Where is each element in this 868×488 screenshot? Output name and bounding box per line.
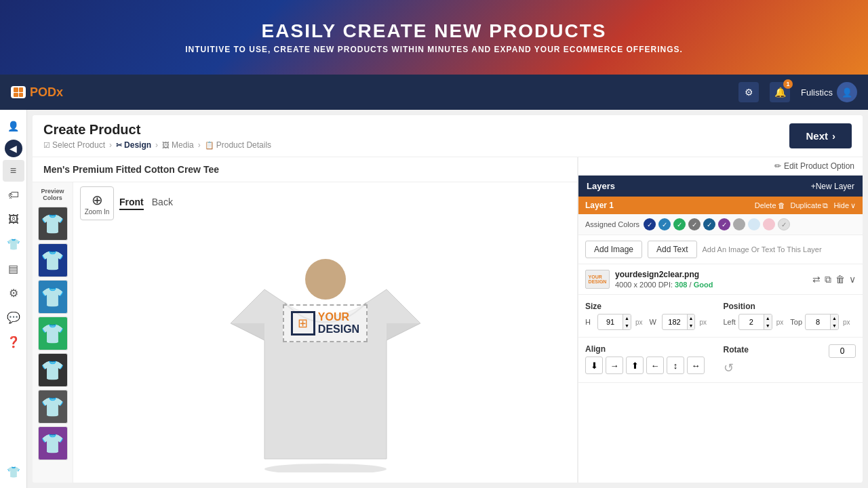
page-title: Create Product [43,122,271,138]
design-file-actions: ⇄ ⧉ 🗑 ∨ [812,274,856,285]
sidebar-icon-chat[interactable]: 💬 [3,306,24,328]
size-w-label: W [650,318,659,326]
position-top-down[interactable]: ▼ [831,322,838,329]
tab-front[interactable]: Front [119,197,144,210]
breadcrumb: ☑ Select Product › ✂ Design › 🖼 Media › [43,140,271,150]
position-left-input-wrap: ▲ ▼ [738,314,772,330]
color-cb-purple[interactable]: ✓ [718,218,730,230]
align-rotate-grid: Align ⬇ → ⬆ ← ↕ ↔ [578,338,863,382]
logo-grid [14,87,23,97]
layers-header: Layers +New Layer [578,176,863,197]
sidebar-icon-help[interactable]: ❓ [3,331,24,352]
color-cb-pink[interactable] [763,218,775,230]
layer-1-actions: Delete 🗑 Duplicate ⧉ Hide ∨ [755,201,856,210]
design-file-info: yourdesign2clear.png 4000 x 2000 DPI: 30… [615,270,713,289]
layer-duplicate-button[interactable]: Duplicate ⧉ [791,201,829,210]
align-section: Align ⬇ → ⬆ ← ↕ ↔ [585,344,718,375]
align-top-button[interactable]: ⬆ [626,357,644,374]
position-left-spinners: ▲ ▼ [764,314,772,329]
color-cb-navy[interactable]: ✓ [644,218,656,230]
align-vcenter-button[interactable]: ↕ [667,357,684,374]
svg-point-1 [305,259,346,300]
rotate-icon[interactable]: ↺ [724,361,734,375]
add-text-button[interactable]: Add Text [648,241,696,258]
settings-button[interactable]: ⚙ [738,82,759,102]
sidebar-back-button[interactable]: ◀ [5,140,22,157]
swatch-purple[interactable]: 👕 [38,426,68,460]
sidebar-icon-layers[interactable]: ▤ [3,258,24,279]
swatch-green[interactable]: 👕 [38,317,68,350]
sidebar-icon-bottom-shirt[interactable]: 👕 [3,461,24,483]
dpi-value: 308 [675,281,687,289]
layer-1: Layer 1 Delete 🗑 Duplicate ⧉ Hi [578,197,863,383]
color-swatches: PreviewColors 👕 👕 👕 👕 [33,182,73,483]
notification-badge: 1 [783,79,793,89]
sidebar-icon-tag[interactable]: 🏷 [3,184,24,206]
sidebar-icon-shirt[interactable]: 👕 [3,233,24,255]
hero-subtitle: INTUITIVE TO USE, CREATE NEW PRODUCTS WI… [185,45,683,54]
design-expand-button[interactable]: ∨ [849,274,856,285]
design-filename: yourdesign2clear.png [615,270,713,279]
page-header: Create Product ☑ Select Product › ✂ Desi… [33,115,863,157]
size-h-input[interactable] [598,316,623,328]
avatar: 👤 [837,82,857,102]
position-top-spinners: ▲ ▼ [830,314,838,329]
color-cb-blue[interactable]: ✓ [658,218,671,230]
edit-product-option-button[interactable]: ✏ Edit Product Option [578,157,863,176]
align-left-button[interactable]: ← [646,357,664,374]
position-left-input[interactable] [739,316,764,328]
color-cb-lightblue[interactable] [748,218,760,230]
rotate-label-row: Rotate 0 [724,344,856,358]
layer-hide-button[interactable]: Hide ∨ [833,201,856,210]
size-w-spinners: ▲ ▼ [687,314,695,329]
tshirt-display: ⊞ YOUR DESIGN [73,224,577,483]
swatch-blue[interactable]: 👕 [38,280,68,314]
color-cb-lightgray[interactable] [733,218,745,230]
size-h-input-wrap: ▲ ▼ [597,314,631,330]
design-swap-button[interactable]: ⇄ [812,274,821,285]
position-left-up[interactable]: ▲ [764,314,772,322]
color-cb-darkblue[interactable]: ✓ [703,218,715,230]
position-section: Position Left ▲ ▼ px [724,302,856,330]
position-top-input[interactable] [806,316,830,328]
size-w-down[interactable]: ▼ [688,322,695,329]
color-cb-gray[interactable]: ✓ [688,218,701,230]
design-copy-button[interactable]: ⧉ [825,274,831,285]
swatch-dark1[interactable]: 👕 [38,353,68,387]
color-cb-green[interactable]: ✓ [673,218,686,230]
design-delete-button[interactable]: 🗑 [835,274,845,285]
align-right-button[interactable]: → [606,357,623,374]
sidebar-icon-settings[interactable]: ⚙ [3,282,24,304]
zoom-in-button[interactable]: ⊕ Zoom In [80,186,114,220]
align-buttons: ⬇ → ⬆ ← ↕ ↔ [585,357,718,374]
sidebar-icon-list[interactable]: ≡ [3,160,24,182]
size-w-up[interactable]: ▲ [688,314,695,322]
add-image-button[interactable]: Add Image [585,241,642,258]
layer-delete-button[interactable]: Delete 🗑 [755,201,785,209]
nav-right: ⚙ 🔔 1 Fulistics 👤 [738,82,857,102]
design-area: Men's Premium Fitted Cotton Crew Tee Pre… [33,157,578,483]
swatch-navy[interactable]: 👕 [38,243,68,277]
design-logo: ⊞ YOUR DESIGN [283,304,368,342]
size-w-input-wrap: ▲ ▼ [662,314,696,330]
size-h-up[interactable]: ▲ [623,314,631,322]
swatch-dark2[interactable]: 👕 [38,390,68,424]
sidebar-icon-image[interactable]: 🖼 [3,209,24,230]
new-layer-button[interactable]: +New Layer [811,182,854,191]
design-canvas-area: PreviewColors 👕 👕 👕 👕 [33,182,577,483]
align-bottom-button[interactable]: ⬇ [585,357,603,374]
tshirt-svg [231,235,420,472]
tab-back[interactable]: Back [152,197,173,210]
size-w-input[interactable] [663,316,687,328]
size-h-down[interactable]: ▼ [623,322,631,329]
rotate-section: Rotate 0 ↺ [724,344,856,375]
color-cb-white[interactable]: ✓ [778,218,790,230]
align-hcenter-button[interactable]: ↔ [687,357,705,374]
position-left-down[interactable]: ▼ [764,322,772,329]
size-h-row: H ▲ ▼ px W [585,314,718,330]
page-title-area: Create Product ☑ Select Product › ✂ Desi… [43,122,271,150]
swatch-black[interactable]: 👕 [38,207,68,241]
rotate-label: Rotate [724,345,749,354]
next-button[interactable]: Next › [789,123,852,148]
position-top-up[interactable]: ▲ [831,314,838,322]
